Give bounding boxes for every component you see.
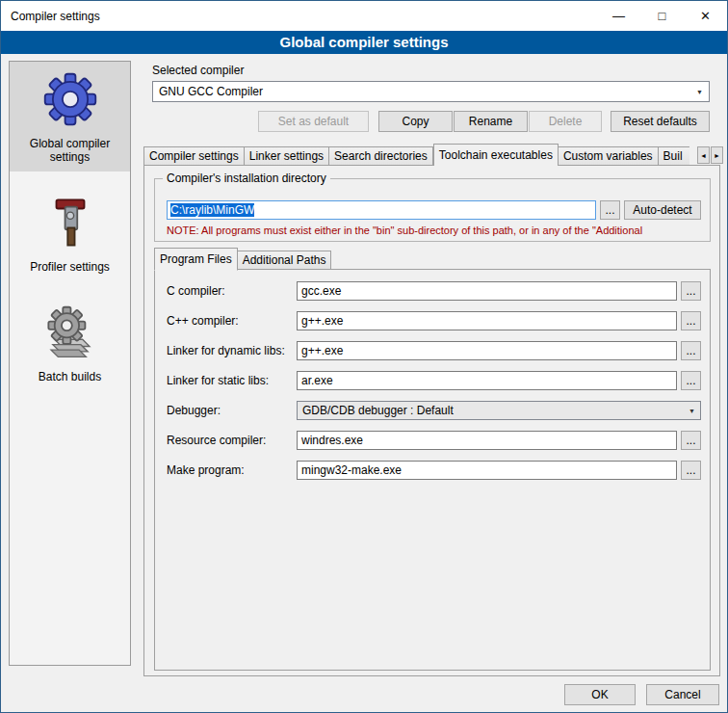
debugger-row: Debugger: GDB/CDB debugger : Default ▼ (155, 401, 710, 420)
tab-linker-settings[interactable]: Linker settings (245, 146, 329, 166)
reset-defaults-button[interactable]: Reset defaults (611, 111, 710, 132)
linker-static-label: Linker for static libs: (167, 374, 269, 387)
bin-subdirectory-note: NOTE: All programs must exist either in … (167, 224, 706, 236)
linker-dynamic-row: Linker for dynamic libs: ... (155, 341, 710, 360)
maximize-icon: □ (659, 9, 666, 23)
sidebar-item-global-compiler-settings[interactable]: Global compiler settings (10, 62, 130, 172)
sidebar-item-label: Profiler settings (30, 260, 110, 274)
caption-buttons: — □ ✕ (597, 1, 727, 31)
c-compiler-row: C compiler: ... (155, 281, 710, 301)
debugger-value: GDB/CDB debugger : Default (302, 404, 454, 417)
chevron-down-icon: ▼ (696, 89, 703, 95)
cpp-compiler-label: C++ compiler: (167, 314, 239, 328)
page-title: Global compiler settings (1, 31, 727, 54)
tab-custom-variables[interactable]: Custom variables (559, 146, 659, 166)
delete-button: Delete (529, 111, 602, 132)
selected-compiler-dropdown[interactable]: GNU GCC Compiler ▼ (152, 81, 710, 102)
auto-detect-button[interactable]: Auto-detect (624, 200, 701, 220)
selected-compiler-label: Selected compiler (152, 64, 244, 77)
sub-tab-strip: Program Files Additional Paths (154, 249, 693, 270)
tab-build-options[interactable]: Buil (659, 146, 689, 166)
make-program-browse-button[interactable]: ... (681, 461, 701, 480)
title-bar[interactable]: Compiler settings — □ ✕ (1, 1, 727, 31)
set-as-default-button: Set as default (258, 111, 369, 132)
make-program-row: Make program: ... (155, 461, 710, 480)
make-program-label: Make program: (167, 463, 245, 477)
installation-directory-input[interactable]: C:\raylib\MinGW (167, 200, 596, 220)
linker-static-row: Linker for static libs: ... (155, 371, 710, 390)
tab-additional-paths[interactable]: Additional Paths (238, 251, 332, 270)
main-content: Selected compiler GNU GCC Compiler ▼ Set… (141, 61, 721, 683)
tab-scroll-right-button[interactable]: ► (711, 146, 723, 164)
arrow-right-icon: ► (714, 152, 720, 159)
rename-button[interactable]: Rename (454, 111, 528, 132)
tab-strip: Compiler settings Linker settings Search… (143, 144, 696, 166)
compiler-settings-window: Compiler settings — □ ✕ Global compiler … (0, 0, 728, 713)
program-files-panel: C compiler: ... C++ compiler: ... Linker… (154, 269, 711, 671)
selected-compiler-value: GNU GCC Compiler (159, 85, 263, 98)
copy-button[interactable]: Copy (378, 111, 453, 132)
toolchain-executables-panel: Compiler's installation directory C:\ray… (143, 165, 720, 676)
sidebar-item-label: Global compiler settings (13, 137, 127, 164)
cpp-compiler-browse-button[interactable]: ... (681, 311, 701, 330)
blue-gear-icon (42, 71, 98, 127)
sidebar-item-batch-builds[interactable]: Batch builds (10, 295, 130, 391)
c-compiler-browse-button[interactable]: ... (681, 281, 701, 301)
cpp-compiler-row: C++ compiler: ... (155, 311, 710, 330)
c-compiler-input[interactable] (297, 281, 677, 301)
debugger-label: Debugger: (167, 404, 221, 417)
linker-static-browse-button[interactable]: ... (681, 371, 701, 390)
installation-directory-group-title: Compiler's installation directory (163, 172, 330, 185)
close-button[interactable]: ✕ (684, 1, 727, 31)
cpp-compiler-input[interactable] (297, 311, 677, 330)
resource-compiler-row: Resource compiler: ... (155, 431, 710, 450)
installation-directory-browse-button[interactable]: ... (600, 200, 620, 220)
installation-directory-group: Compiler's installation directory C:\ray… (154, 178, 711, 242)
close-icon: ✕ (700, 9, 711, 23)
tab-program-files[interactable]: Program Files (154, 248, 238, 271)
linker-dynamic-input[interactable] (297, 341, 677, 360)
make-program-input[interactable] (297, 461, 677, 480)
linker-dynamic-browse-button[interactable]: ... (681, 341, 701, 360)
debugger-select[interactable]: GDB/CDB debugger : Default ▼ (297, 401, 701, 420)
gray-gear-stack-icon (42, 304, 98, 360)
cancel-button[interactable]: Cancel (646, 684, 719, 705)
maximize-button[interactable]: □ (640, 1, 684, 31)
resource-compiler-label: Resource compiler: (167, 434, 266, 447)
arrow-left-icon: ◄ (700, 152, 707, 159)
linker-dynamic-label: Linker for dynamic libs: (167, 344, 285, 357)
c-compiler-label: C compiler: (167, 284, 225, 298)
resource-compiler-browse-button[interactable]: ... (681, 431, 701, 450)
resource-compiler-input[interactable] (297, 431, 677, 450)
tab-scroll-left-button[interactable]: ◄ (697, 146, 710, 164)
profiler-tool-icon (42, 195, 98, 251)
chevron-down-icon: ▼ (689, 408, 695, 414)
settings-category-sidebar: Global compiler settings Profiler settin… (9, 61, 131, 666)
minimize-icon: — (612, 9, 625, 23)
window-title: Compiler settings (1, 10, 100, 23)
minimize-button[interactable]: — (597, 1, 640, 31)
ok-button[interactable]: OK (564, 684, 636, 705)
sidebar-item-label: Batch builds (39, 370, 101, 383)
tab-search-directories[interactable]: Search directories (329, 146, 433, 166)
linker-static-input[interactable] (297, 371, 677, 390)
sidebar-item-profiler-settings[interactable]: Profiler settings (10, 185, 130, 281)
tab-scroll-buttons: ◄ ► (696, 146, 723, 164)
tab-toolchain-executables[interactable]: Toolchain executables (433, 144, 559, 166)
installation-directory-value: C:\raylib\MinGW (170, 203, 254, 217)
tab-compiler-settings[interactable]: Compiler settings (143, 146, 245, 166)
